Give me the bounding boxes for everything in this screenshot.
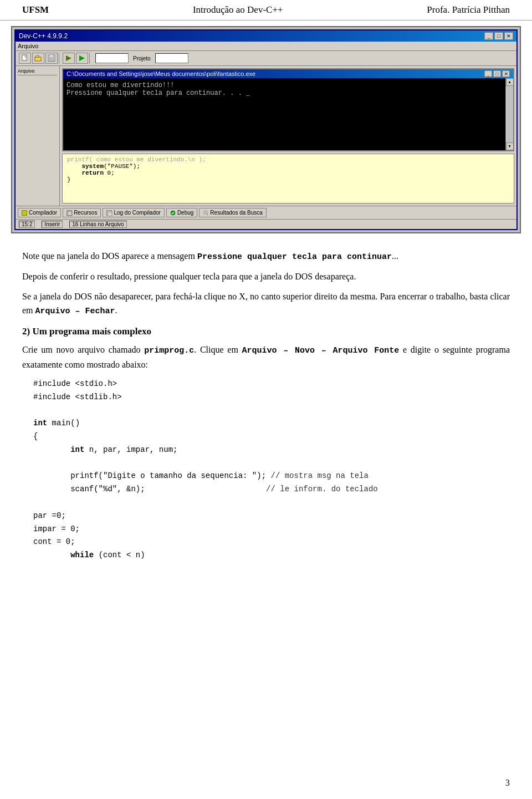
ide-close-btn[interactable]: ✕ xyxy=(504,32,513,40)
ide-titlebar-buttons: _ □ ✕ xyxy=(484,32,513,40)
class-dropdown[interactable] xyxy=(155,53,188,63)
code-comment1: // mostra msg na tela xyxy=(270,471,368,480)
resultados-icon xyxy=(203,210,208,216)
code-while-keyword: while xyxy=(70,551,94,559)
code-impar-init: impar = 0; xyxy=(33,523,510,536)
console-close-btn[interactable]: ✕ xyxy=(502,70,510,77)
svg-line-14 xyxy=(207,213,208,215)
toolbar-btn-run[interactable] xyxy=(76,53,88,64)
svg-rect-1 xyxy=(35,57,41,61)
toolbar-btn-save[interactable] xyxy=(45,53,58,64)
tab-resultados[interactable]: Resultados da Busca xyxy=(199,208,267,217)
code-line-system: system("PAUSE"); xyxy=(67,163,509,170)
console-line1: Como estou me divertindo!!! xyxy=(66,82,510,89)
header-title: Introdução ao Dev-C++ xyxy=(193,4,283,16)
statusbar-lines: 16 Linhas no Arquivo xyxy=(69,221,126,228)
code-comment2: // le inform. do teclado xyxy=(266,485,378,493)
code-text-printf: printf( como estou me divertindo.\n ); xyxy=(67,156,206,163)
code-line-printf: printf( como estou me divertindo.\n ); xyxy=(67,156,509,163)
code-while: while (cont < n) xyxy=(33,549,510,562)
tab-debug[interactable]: Debug xyxy=(166,208,197,217)
screenshot-container: Dev-C++ 4.9.9.2 _ □ ✕ Arquivo xyxy=(11,26,521,233)
ide-toolbar: Projeto xyxy=(16,51,516,66)
statusbar-mode: Inserir xyxy=(42,221,63,228)
console-scrollbar[interactable]: ▲ ▼ xyxy=(505,78,513,150)
sidebar-arquivo-label: Arquivo xyxy=(18,68,35,74)
para3-code: Arquivo – Fechar xyxy=(35,307,115,316)
code-scanf1: scanf("%d", &n); // le inform. do teclad… xyxy=(33,483,510,496)
header-author: Profa. Patrícia Pitthan xyxy=(427,4,510,16)
svg-rect-8 xyxy=(68,211,72,216)
svg-rect-5 xyxy=(49,58,54,61)
para2-text: Depois de conferir o resultado, pression… xyxy=(22,272,356,281)
code-keyword-return: return xyxy=(81,170,104,176)
tab-recursos-label: Recursos xyxy=(74,210,97,216)
page-number: 3 xyxy=(505,778,510,787)
ide-titlebar: Dev-C++ 4.9.9.2 _ □ ✕ xyxy=(16,30,516,42)
paragraph-2: Depois de conferir o resultado, pression… xyxy=(22,269,510,284)
ide-maximize-btn[interactable]: □ xyxy=(494,32,503,40)
para1-text: Note que na janela do DOS aparece a mens… xyxy=(22,251,197,261)
console-body-container: Como estou me divertindo!!! Pressione qu… xyxy=(63,78,513,150)
project-dropdown[interactable] xyxy=(95,53,129,63)
code-text-system: system xyxy=(81,163,104,170)
main-content: Note que na janela do DOS aparece a mens… xyxy=(0,243,532,578)
code-blank3 xyxy=(33,496,510,510)
svg-marker-7 xyxy=(79,55,85,61)
sidebar-header: Arquivo xyxy=(18,68,57,75)
ide-sidebar: Arquivo xyxy=(16,66,60,206)
console-window: C:\Documents and Settings\jose\Meus docu… xyxy=(62,68,514,151)
code-int-keyword: int xyxy=(33,419,47,428)
ide-menubar[interactable]: Arquivo xyxy=(16,42,516,51)
tab-recursos[interactable]: Recursos xyxy=(63,208,101,217)
intro2-text: . Clique em xyxy=(194,345,242,354)
menu-arquivo[interactable]: Arquivo xyxy=(18,43,38,49)
recursos-icon xyxy=(66,210,72,216)
code-blank1 xyxy=(33,404,510,417)
scroll-track xyxy=(507,86,513,143)
ide-main: C:\Documents and Settings\jose\Meus docu… xyxy=(60,66,516,206)
project-label: Projeto xyxy=(131,55,153,62)
svg-point-13 xyxy=(204,211,207,214)
ide-window: Dev-C++ 4.9.9.2 _ □ ✕ Arquivo xyxy=(14,29,518,230)
toolbar-btn-open[interactable] xyxy=(32,53,44,64)
ide-title: Dev-C++ 4.9.9.2 xyxy=(19,32,68,40)
console-titlebar-btns: _ □ ✕ xyxy=(484,70,510,77)
toolbar-group-1 xyxy=(18,53,59,64)
code-line-brace: } xyxy=(67,176,509,183)
ide-minimize-btn[interactable]: _ xyxy=(484,32,493,40)
scroll-down-arrow[interactable]: ▼ xyxy=(506,143,514,150)
para1-end: ... xyxy=(392,251,398,261)
tab-compilador[interactable]: Compilador xyxy=(18,208,61,217)
code-main-sig: int main() xyxy=(33,417,510,430)
header-institution: UFSM xyxy=(22,4,49,16)
console-titlebar: C:\Documents and Settings\jose\Meus docu… xyxy=(63,69,513,78)
paragraph-1: Note que na janela do DOS aparece a mens… xyxy=(22,249,510,264)
section2-title-text: 2) Um programa mais complexo xyxy=(22,326,151,337)
ide-body: Arquivo C:\Documents and Settings\jose\M… xyxy=(16,66,516,206)
code-block: #include <stdio.h> #include <stdlib.h> i… xyxy=(33,378,510,562)
toolbar-btn-build[interactable] xyxy=(63,53,75,64)
debug-icon xyxy=(170,210,176,216)
svg-rect-9 xyxy=(108,212,112,216)
console-body: Como estou me divertindo!!! Pressione qu… xyxy=(63,78,513,150)
tab-log-compilador[interactable]: Log do Compilador xyxy=(103,208,165,217)
svg-marker-2 xyxy=(35,55,39,57)
ide-bottom-tabs: Compilador Recursos Log do Compilador xyxy=(16,206,516,219)
scroll-up-arrow[interactable]: ▲ xyxy=(506,78,514,86)
section2-intro: Crie um novo arquivo chamado primprog.c.… xyxy=(22,343,510,372)
svg-marker-6 xyxy=(66,55,71,61)
page-header: UFSM Introdução ao Dev-C++ Profa. Patríc… xyxy=(0,0,532,21)
intro-text: Crie um novo arquivo chamado xyxy=(22,345,144,354)
console-minimize-btn[interactable]: _ xyxy=(484,70,492,77)
toolbar-btn-new[interactable] xyxy=(19,53,31,64)
code-line-return: return 0; xyxy=(67,170,509,176)
svg-rect-4 xyxy=(49,55,54,57)
code-include2: #include <stdlib.h> xyxy=(33,391,510,404)
sidebar-content xyxy=(18,77,57,166)
console-maximize-btn[interactable]: □ xyxy=(493,70,501,77)
log-icon xyxy=(106,210,112,216)
page-wrapper: UFSM Introdução ao Dev-C++ Profa. Patríc… xyxy=(0,0,532,799)
code-editor[interactable]: printf( como estou me divertindo.\n ); s… xyxy=(62,154,514,203)
para1-code: Pressione qualquer tecla para continuar xyxy=(197,252,392,262)
